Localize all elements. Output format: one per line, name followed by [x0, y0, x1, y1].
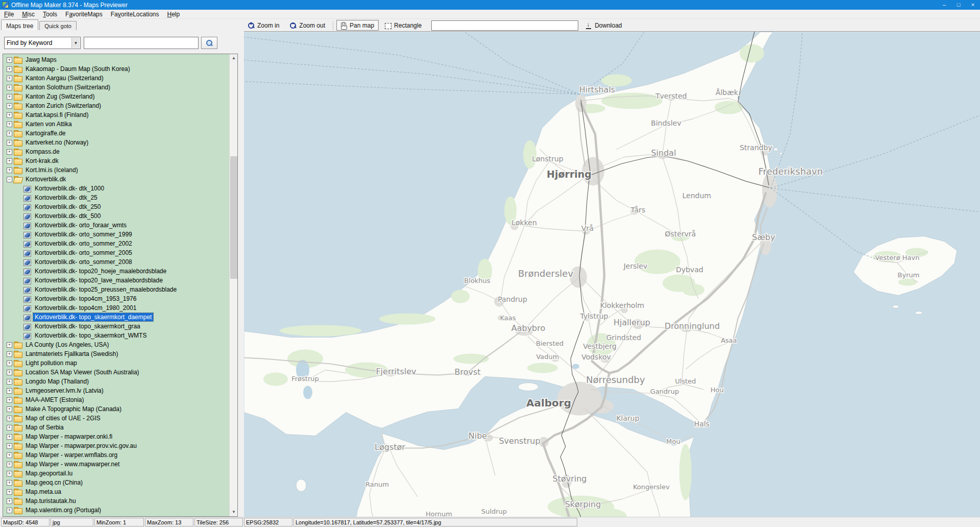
tree-item[interactable]: + Map.geoportail.lu [3, 469, 229, 478]
tree-item[interactable]: Kortoverblik.dk- orto_sommer_1999 [3, 230, 229, 239]
tree-item-label[interactable]: LA County (Los Angeles, USA) [24, 341, 110, 349]
tree-item-label[interactable]: Kortoverblik.dk- orto_sommer_2005 [33, 249, 134, 257]
tree-item-label[interactable]: Kortoverblik.dk- topo4cm_1980_2001 [33, 304, 138, 312]
tree-item-label[interactable]: Map.geoq.cn (China) [24, 478, 84, 487]
tree-item-label[interactable]: Kortoverblik.dk- topo20_hoeje_maalebords… [33, 267, 168, 275]
tree-item[interactable]: Kortoverblik.dk- dtk_25 [3, 193, 229, 202]
tree-item[interactable]: + Map of Serbia [3, 423, 229, 432]
tree-item-label[interactable]: Kortoverblik.dk- topo_skaermkort_graa [33, 322, 142, 330]
tree-item-label[interactable]: Karten von Attika [24, 120, 74, 128]
tree-item[interactable]: + LA County (Los Angeles, USA) [3, 340, 229, 349]
expander-icon[interactable]: + [7, 443, 12, 449]
tree-item[interactable]: − Kortoverblik.dk [3, 175, 229, 184]
menu-item[interactable]: Tools [39, 10, 61, 18]
tree-item[interactable]: + Kanton Solothurn (Switzerland) [3, 83, 229, 92]
tree-item[interactable]: + MAA-AMET (Estonia) [3, 395, 229, 404]
scroll-up-icon[interactable]: ▲ [230, 54, 238, 62]
tree-item[interactable]: + Kanton Aargau (Switzerland) [3, 74, 229, 83]
toolbar-button[interactable]: Zoom out [286, 20, 330, 31]
tree-item-label[interactable]: Kanton Zurich (Switzerland) [24, 102, 103, 110]
tree-item-label[interactable]: Kortoverblik.dk- orto_sommer_2002 [33, 239, 134, 248]
expander-icon[interactable]: + [7, 149, 12, 155]
expander-icon[interactable]: + [7, 167, 12, 173]
tree-item-label[interactable]: Map.turistautak.hu [24, 497, 78, 505]
expander-icon[interactable]: + [7, 416, 12, 421]
expander-icon[interactable]: + [7, 342, 12, 348]
menu-item[interactable]: Misc [18, 10, 39, 18]
scroll-down-icon[interactable]: ▼ [230, 508, 238, 516]
tree-item-label[interactable]: Kortoverblik.dk- orto_sommer_2008 [33, 258, 134, 266]
expander-icon[interactable]: + [7, 471, 12, 476]
expander-icon[interactable]: + [7, 388, 12, 394]
tree-item-label[interactable]: Kortoverblik.dk- orto_foraar_wmts [33, 221, 128, 229]
tree-item[interactable]: Kortoverblik.dk- topo4cm_1953_1976 [3, 294, 229, 303]
tree-item[interactable]: + Lvmgeoserver.lvm.lv (Latvia) [3, 386, 229, 395]
tree-item[interactable]: + Map of cities of UAE - 2GIS [3, 414, 229, 423]
find-by-dropdown[interactable]: Find by Keyword ▼ [4, 37, 81, 49]
tree-item-label[interactable]: Map Warper - mapwarper.prov.vic.gov.au [24, 442, 138, 450]
tree-item[interactable]: + Map.turistautak.hu [3, 496, 229, 506]
tree-item-label[interactable]: Lvmgeoserver.lvm.lv (Latvia) [24, 387, 105, 395]
tree-item[interactable]: + Map Warper - mapwarper.prov.vic.gov.au [3, 441, 229, 450]
tree-item[interactable]: + Map.geoq.cn (China) [3, 478, 229, 487]
close-button[interactable]: × [966, 0, 980, 10]
tree-item-label[interactable]: Kanton Solothurn (Switzerland) [24, 83, 112, 91]
expander-icon[interactable]: + [7, 489, 12, 495]
search-button[interactable] [201, 37, 217, 49]
tree-item[interactable]: + Map.valentim.org (Portugal) [3, 506, 229, 515]
expander-icon[interactable]: + [7, 406, 12, 412]
tree-item[interactable]: + Light pollution map [3, 358, 229, 368]
tree-item[interactable]: Kortoverblik.dk- dtk_250 [3, 202, 229, 211]
tree-item[interactable]: Kortoverblik.dk- orto_foraar_wmts [3, 221, 229, 230]
expander-icon[interactable]: − [7, 177, 12, 182]
tree-item[interactable]: Kortoverblik.dk- dtk_500 [3, 211, 229, 221]
tree-item-label[interactable]: Map Warper - mapwarper.onki.fi [24, 433, 114, 441]
tree-item[interactable]: Kortoverblik.dk- topo_skaermkort_WMTS [3, 331, 229, 340]
expander-icon[interactable]: + [7, 140, 12, 146]
tree-item-label[interactable]: Kortoverblik.dk- dtk_250 [33, 203, 102, 211]
tree-item[interactable]: + Kartogiraffe.de [3, 129, 229, 138]
tree-item-label[interactable]: Map of Serbia [24, 423, 65, 432]
tree-item[interactable]: Kortoverblik.dk- topo25_preussen_maalebo… [3, 285, 229, 294]
expander-icon[interactable]: + [7, 112, 12, 118]
tree-item-label[interactable]: Jawg Maps [24, 56, 58, 64]
tree-item[interactable]: + Karten von Attika [3, 119, 229, 129]
tree-item[interactable]: + Kort-krak.dk [3, 156, 229, 165]
tree-item-label[interactable]: Kanton Aargau (Switzerland) [24, 74, 105, 82]
tree-item-label[interactable]: Kompass.de [24, 148, 61, 156]
tab[interactable]: Maps tree [1, 19, 38, 30]
expander-icon[interactable]: + [7, 480, 12, 486]
chevron-down-icon[interactable]: ▼ [71, 38, 80, 48]
expander-icon[interactable]: + [7, 122, 12, 127]
expander-icon[interactable]: + [7, 76, 12, 81]
tree-item[interactable]: + Longdo Map (Thailand) [3, 377, 229, 386]
toolbar-button[interactable]: Zoom in [244, 20, 284, 31]
tree-item-label[interactable]: MAA-AMET (Estonia) [24, 396, 85, 404]
tree-item-label[interactable]: Kort-krak.dk [24, 157, 60, 165]
expander-icon[interactable]: + [7, 379, 12, 385]
tree-item[interactable]: Kortoverblik.dk- dtk_1000 [3, 184, 229, 193]
tree-item-label[interactable]: Kartverket.no (Norway) [24, 138, 90, 147]
maximize-button[interactable]: □ [951, 0, 966, 10]
expander-icon[interactable]: + [7, 351, 12, 357]
tree-item[interactable]: Kortoverblik.dk- topo20_lave_maalebordsb… [3, 276, 229, 285]
tree-item-label[interactable]: Light pollution map [24, 359, 79, 367]
tree-item-label[interactable]: Kortoverblik.dk- topo20_lave_maalebordsb… [33, 276, 164, 284]
search-input[interactable] [84, 37, 199, 49]
expander-icon[interactable]: + [7, 57, 12, 63]
toolbar-button[interactable]: Rectangle [381, 20, 426, 31]
minimize-button[interactable]: – [937, 0, 951, 10]
tree-item-label[interactable]: Kortoverblik.dk- dtk_1000 [33, 184, 106, 193]
expander-icon[interactable]: + [7, 103, 12, 109]
tree-item[interactable]: + Kartat.kapsi.fi (Finland) [3, 110, 229, 119]
tree-item-label[interactable]: Kartogiraffe.de [24, 129, 67, 137]
tree-item[interactable]: + Kartverket.no (Norway) [3, 138, 229, 147]
expander-icon[interactable]: + [7, 361, 12, 366]
tree-item-label[interactable]: Map Warper - warper.wmflabs.org [24, 451, 119, 459]
expander-icon[interactable]: + [7, 131, 12, 136]
tree-item[interactable]: + Map Warper - www.mapwarper.net [3, 460, 229, 469]
tree-item[interactable]: + Jawg Maps [3, 55, 229, 64]
map-canvas[interactable]: HirtshalsTverstedÅlbækBindslevSindalLøns… [244, 32, 980, 517]
tree-item[interactable]: + Make A Topographic Map (Canada) [3, 404, 229, 414]
tree-item[interactable]: Kortoverblik.dk- orto_sommer_2002 [3, 239, 229, 248]
